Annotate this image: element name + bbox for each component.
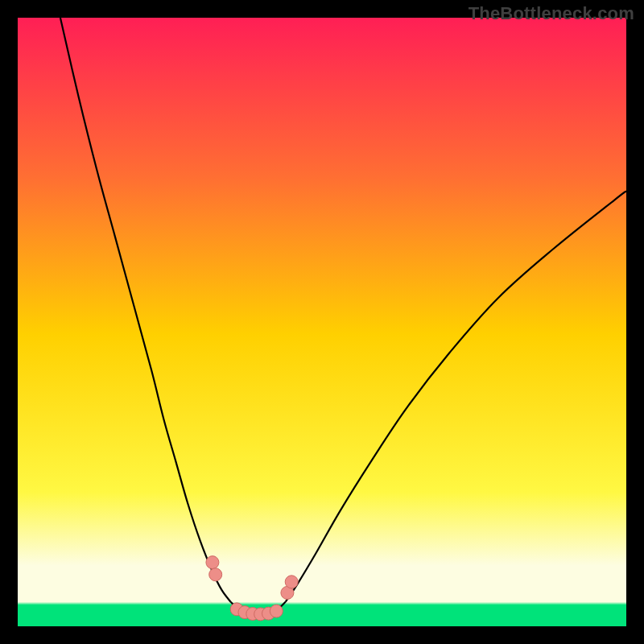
plot-area: [18, 18, 626, 626]
data-bead: [206, 556, 219, 569]
gradient-background: [18, 18, 626, 626]
outer-frame: TheBottleneck.com: [0, 0, 644, 644]
data-bead: [285, 576, 298, 588]
chart-svg: [18, 18, 626, 626]
data-bead: [270, 605, 283, 617]
data-bead: [209, 568, 222, 581]
attribution-label: TheBottleneck.com: [469, 3, 634, 24]
